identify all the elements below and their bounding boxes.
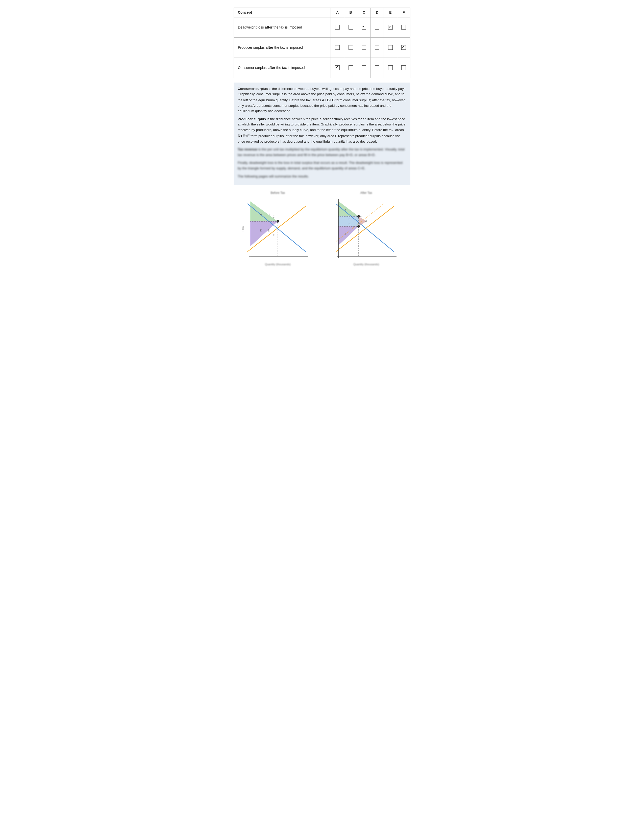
producer-surplus-paragraph: Producer surplus is the difference betwe…: [238, 116, 406, 144]
chart-before-tax-xlabel: Quantity (thousands): [237, 263, 318, 266]
checkbox-row2-colC[interactable]: [362, 65, 366, 70]
consumer-surplus-formula: A+B+C: [322, 98, 335, 102]
green-area-before: [250, 201, 278, 221]
checkbox-cell-row1-colA[interactable]: [331, 37, 344, 58]
checkbox-cell-row2-colC[interactable]: [357, 58, 370, 78]
checkbox-row2-colE[interactable]: [388, 65, 393, 70]
checkbox-cell-row1-colD[interactable]: [370, 37, 384, 58]
col-header-b: B: [344, 8, 357, 18]
label-b-after: B: [349, 218, 350, 220]
checkbox-cell-row0-colC[interactable]: [357, 17, 370, 37]
checkbox-row0-colF[interactable]: [401, 25, 406, 29]
chart-after-tax-title: After Tax: [326, 191, 407, 195]
col-header-f: F: [397, 8, 410, 18]
consumer-surplus-heading: Consumer surplus: [238, 87, 268, 91]
checkbox-cell-row1-colE[interactable]: [384, 37, 397, 58]
label-e-before: E: [268, 229, 269, 232]
checkbox-row1-colB[interactable]: [349, 45, 353, 50]
checkbox-row0-colC[interactable]: [362, 25, 366, 29]
checkbox-cell-row2-colA[interactable]: [331, 58, 344, 78]
label-e-after: E: [360, 223, 362, 226]
blurred-text1: is the per unit tax multiplied by the eq…: [238, 148, 404, 157]
blurred-text3: The following pages will summarize the r…: [238, 174, 309, 178]
checkbox-row2-colD[interactable]: [375, 65, 379, 70]
eq-dot-original: [365, 220, 367, 222]
checkbox-cell-row0-colD[interactable]: [370, 17, 384, 37]
checkbox-row2-colB[interactable]: [349, 65, 353, 70]
producer-surplus-text2: form producer surplus; after the tax, ho…: [238, 134, 400, 143]
consumer-surplus-paragraph: Consumer surplus is the difference betwe…: [238, 86, 406, 114]
explanation-section: Consumer surplus is the difference betwe…: [233, 82, 411, 185]
label-a-after: A: [345, 209, 346, 212]
chart-before-tax-title: Before Tax: [237, 191, 318, 195]
concept-label-2: Consumer surplus after the tax is impose…: [234, 58, 331, 78]
label-d-before: D: [260, 229, 262, 232]
chart-after-tax-canvas: A B C D E F: [326, 196, 407, 262]
checkbox-cell-row2-colE[interactable]: [384, 58, 397, 78]
concept-table: Concept A B C D E F Deadweight loss afte…: [233, 8, 411, 78]
checkbox-row1-colF[interactable]: [401, 45, 406, 50]
chart-before-tax: Before Tax: [237, 191, 318, 266]
label-f-after: F: [345, 233, 346, 236]
col-header-d: D: [370, 8, 384, 18]
chart-after-tax-svg: A B C D E F: [326, 196, 407, 262]
blurred-text2: Finally, deadweight loss is the loss in …: [238, 161, 402, 170]
checkbox-cell-row2-colF[interactable]: [397, 58, 410, 78]
tax-revenue-paragraph: Tax revenue is the per unit tax multipli…: [238, 147, 406, 158]
checkbox-cell-row1-colF[interactable]: [397, 37, 410, 58]
checkbox-cell-row0-colF[interactable]: [397, 17, 410, 37]
checkbox-cell-row1-colC[interactable]: [357, 37, 370, 58]
concept-label-0: Deadweight loss after the tax is imposed: [234, 17, 331, 37]
checkbox-row0-colD[interactable]: [375, 25, 379, 29]
blurred-content: Tax revenue is the per unit tax multipli…: [238, 147, 406, 179]
y-label-before: Price: [242, 226, 244, 232]
chart-after-tax-xlabel: Quantity (thousands): [326, 263, 407, 266]
label-c-before: C: [273, 215, 275, 218]
label-d-after: D: [349, 223, 350, 226]
checkbox-row1-colC[interactable]: [362, 45, 366, 50]
checkbox-cell-row0-colA[interactable]: [331, 17, 344, 37]
label-f-before: F: [273, 234, 275, 237]
charts-section: Before Tax: [233, 191, 411, 266]
col-header-a: A: [331, 8, 344, 18]
checkbox-cell-row0-colE[interactable]: [384, 17, 397, 37]
label-a-before: A: [260, 212, 262, 215]
checkbox-row0-colB[interactable]: [349, 25, 353, 29]
checkbox-cell-row0-colB[interactable]: [344, 17, 357, 37]
checkbox-row1-colD[interactable]: [375, 45, 379, 50]
col-header-concept: Concept: [234, 8, 331, 18]
col-header-e: E: [384, 8, 397, 18]
table-row: Consumer surplus after the tax is impose…: [234, 58, 411, 78]
producer-surplus-heading: Producer surplus: [238, 117, 266, 121]
checkbox-row2-colA[interactable]: [335, 65, 340, 70]
checkbox-row0-colE[interactable]: [388, 25, 393, 29]
producer-surplus-formula: D+E+F: [238, 133, 250, 138]
concept-label-1: Producer surplus after the tax is impose…: [234, 37, 331, 58]
chart-before-tax-canvas: A B C D E F Price: [237, 196, 318, 262]
deadweight-blurred-paragraph: Finally, deadweight loss is the loss in …: [238, 160, 406, 171]
checkbox-row1-colE[interactable]: [388, 45, 393, 50]
table-row: Producer surplus after the tax is impose…: [234, 37, 411, 58]
chart-before-tax-svg: A B C D E F Price: [237, 196, 318, 262]
chart-after-tax: After Tax: [326, 191, 407, 266]
col-header-c: C: [357, 8, 370, 18]
label-c-after: C: [360, 216, 362, 219]
label-b-before: B: [268, 212, 269, 215]
checkbox-cell-row2-colD[interactable]: [370, 58, 384, 78]
checkbox-cell-row2-colB[interactable]: [344, 58, 357, 78]
summary-blurred-paragraph: The following pages will summarize the r…: [238, 174, 406, 179]
checkbox-row0-colA[interactable]: [335, 25, 340, 29]
table-row: Deadweight loss after the tax is imposed: [234, 17, 411, 37]
checkbox-row2-colF[interactable]: [401, 65, 406, 70]
checkbox-cell-row1-colB[interactable]: [344, 37, 357, 58]
checkbox-row1-colA[interactable]: [335, 45, 340, 50]
tax-revenue-heading: Tax revenue: [238, 148, 258, 151]
